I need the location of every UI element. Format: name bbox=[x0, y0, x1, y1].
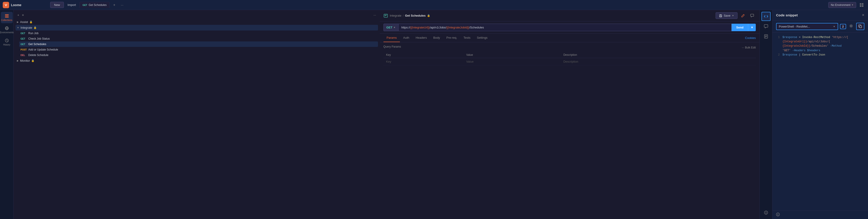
tab-tests[interactable]: Tests bbox=[460, 34, 473, 42]
save-label: Save bbox=[723, 14, 731, 17]
send-label[interactable]: Send bbox=[732, 24, 748, 31]
url-input[interactable]: https://{{IntegrateUrl}}/api/v1/Jobs/{{I… bbox=[398, 24, 732, 31]
code-text: $response | ConvertTo-Json bbox=[782, 53, 825, 57]
svg-rect-18 bbox=[764, 25, 768, 27]
method-value: GET bbox=[386, 26, 393, 29]
code-content: 1 $response = Invoke-RestMethod 'https:/… bbox=[772, 33, 868, 211]
sidebar-item-history[interactable]: History bbox=[1, 36, 13, 48]
request-delete-schedule[interactable]: DEL Delete Schedule bbox=[19, 52, 378, 58]
description-placeholder[interactable]: Description bbox=[563, 60, 578, 63]
folder-assist[interactable]: ▶ Assist 🔒 bbox=[16, 19, 378, 25]
add-collection-button[interactable]: + bbox=[17, 13, 20, 17]
import-button[interactable]: Import bbox=[66, 2, 78, 8]
language-selector[interactable]: PowerShell - RestMet... ▼ bbox=[776, 23, 838, 30]
code-panel-toolbar: PowerShell - RestMet... ▼ 2 bbox=[772, 21, 868, 33]
request-header: Integrate / Get Schedules 🔒 Save ▼ bbox=[380, 10, 760, 22]
svg-rect-17 bbox=[750, 14, 754, 16]
comment-icon-button[interactable] bbox=[748, 12, 756, 19]
request-run-job[interactable]: GET Run Job bbox=[19, 31, 378, 36]
sidebar: Collections Environments History bbox=[0, 10, 380, 219]
code-gear-button[interactable] bbox=[848, 23, 854, 30]
folder-monitor[interactable]: ▶ Monitor 🔒 bbox=[16, 58, 378, 64]
lang-chevron-icon: ▼ bbox=[833, 25, 835, 28]
save-button[interactable]: Save ▼ bbox=[716, 12, 738, 19]
tab-body[interactable]: Body bbox=[430, 34, 443, 42]
col-description: Description bbox=[561, 52, 714, 58]
send-dropdown-arrow[interactable]: ▼ bbox=[748, 24, 756, 31]
comment-panel-button[interactable] bbox=[762, 22, 771, 31]
request-add-update-schedule[interactable]: POST Add or Update Schedule bbox=[19, 47, 378, 52]
tab-name: Get Schedules bbox=[89, 3, 106, 7]
tab-headers[interactable]: Headers bbox=[412, 34, 430, 42]
environment-selector[interactable]: No Environment ▼ bbox=[828, 2, 856, 8]
logo-area: Loome bbox=[3, 2, 49, 8]
code-panel-close-button[interactable]: × bbox=[862, 13, 864, 17]
svg-point-26 bbox=[850, 25, 852, 27]
sidebar-more-button[interactable]: ··· bbox=[373, 13, 377, 17]
request-pane: Integrate / Get Schedules 🔒 Save ▼ bbox=[380, 10, 760, 219]
copy-code-button[interactable] bbox=[856, 23, 864, 30]
method-badge-get: GET bbox=[21, 38, 27, 40]
col-actions bbox=[714, 52, 756, 58]
info-button[interactable] bbox=[776, 213, 780, 217]
bulk-edit-button[interactable]: Bulk Edit bbox=[745, 46, 756, 49]
sidebar-nav: + ≡ ··· ▶ Assist 🔒 ▼ Integrate 🔒 GET bbox=[14, 10, 380, 219]
bulk-edit-label: Bulk Edit bbox=[745, 46, 756, 49]
docs-panel-button[interactable] bbox=[762, 32, 771, 41]
svg-rect-27 bbox=[860, 26, 862, 28]
line-number: 2 bbox=[776, 53, 780, 57]
folder-integrate[interactable]: ▼ Integrate 🔒 bbox=[16, 25, 378, 31]
environments-label: Environments bbox=[0, 31, 14, 34]
line-number: 1 bbox=[776, 35, 780, 40]
breadcrumb-parent[interactable]: Integrate bbox=[390, 14, 402, 17]
collections-label: Collections bbox=[1, 19, 12, 22]
code-text: $response = Invoke-RestMethod 'https://{ bbox=[782, 35, 848, 40]
layout-icon[interactable] bbox=[858, 2, 865, 8]
line-number bbox=[776, 44, 780, 48]
sidebar-item-collections[interactable]: Collections bbox=[1, 12, 13, 23]
more-tabs-button[interactable]: ··· bbox=[119, 2, 125, 8]
folder-monitor-label: Monitor bbox=[20, 59, 30, 62]
history-label: History bbox=[3, 43, 10, 46]
request-get-schedules[interactable]: GET Get Schedules bbox=[19, 41, 378, 47]
col-value: Value bbox=[464, 52, 561, 58]
code-text: 'GET' -Headers $headers bbox=[782, 48, 820, 53]
breadcrumb-separator: / bbox=[403, 14, 404, 17]
breadcrumb-current: Get Schedules bbox=[405, 14, 426, 17]
sidebar-item-environments[interactable]: Environments bbox=[1, 24, 13, 36]
badge-number: 2 bbox=[840, 24, 846, 29]
code-snippet-toggle-button[interactable] bbox=[762, 12, 771, 21]
method-selector[interactable]: GET ▼ bbox=[383, 24, 399, 31]
new-button[interactable]: New bbox=[50, 2, 64, 8]
edit-icon-button[interactable] bbox=[739, 12, 747, 19]
filter-button[interactable]: ≡ bbox=[21, 13, 25, 17]
cookies-button[interactable]: Cookies bbox=[745, 34, 756, 42]
svg-rect-16 bbox=[720, 14, 721, 15]
app-name: Loome bbox=[11, 3, 22, 7]
key-placeholder[interactable]: Key bbox=[386, 60, 391, 63]
tab-settings[interactable]: Settings bbox=[473, 34, 491, 42]
active-tab[interactable]: GET Get Schedules bbox=[80, 2, 110, 8]
code-panel-header: Code snippet × bbox=[772, 10, 868, 21]
add-tab-button[interactable]: + bbox=[111, 2, 117, 8]
code-snippet-panel: Code snippet × PowerShell - RestMet... ▼… bbox=[772, 10, 868, 219]
tab-prereq[interactable]: Pre-req. bbox=[443, 34, 460, 42]
svg-rect-3 bbox=[860, 5, 861, 7]
svg-rect-4 bbox=[862, 5, 863, 7]
code-line-2: {IntegrateUrl}}/api/v1/Jobs/{ bbox=[776, 40, 864, 44]
main-layout: Collections Environments History bbox=[0, 10, 868, 219]
value-placeholder[interactable]: Value bbox=[466, 60, 473, 63]
env-value: No Environment bbox=[831, 3, 850, 7]
folder-assist-label: Assist bbox=[20, 20, 28, 24]
env-chevron-icon: ▼ bbox=[851, 4, 854, 6]
url-suffix: /Schedules bbox=[469, 26, 484, 29]
tab-auth[interactable]: Auth bbox=[400, 34, 412, 42]
request-check-job-status[interactable]: GET Check Job Status bbox=[19, 36, 378, 41]
send-button[interactable]: Send ▼ bbox=[732, 24, 756, 31]
save-dropdown-arrow: ▼ bbox=[732, 14, 734, 17]
svg-rect-6 bbox=[5, 16, 9, 16]
url-mid: /api/v1/Jobs/ bbox=[430, 26, 446, 29]
info-panel-button[interactable] bbox=[762, 208, 771, 217]
tab-params[interactable]: Params bbox=[383, 34, 400, 42]
svg-rect-2 bbox=[862, 3, 863, 5]
